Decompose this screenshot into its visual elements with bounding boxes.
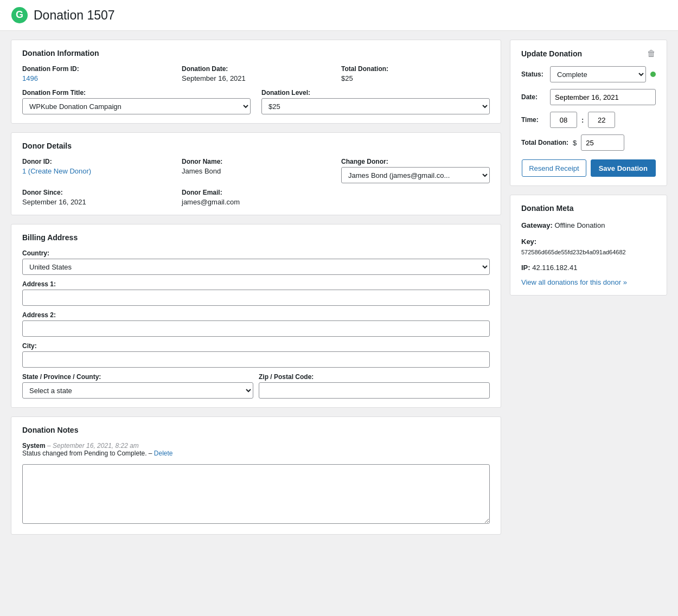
donation-level-select[interactable]: $25 bbox=[261, 98, 490, 114]
city-field: City: bbox=[22, 342, 490, 368]
address1-field: Address 1: bbox=[22, 280, 490, 306]
donor-id-link[interactable]: 1 bbox=[22, 167, 26, 175]
status-row: Status: Complete Pending Refunded Failed… bbox=[521, 66, 656, 82]
time-hours-input[interactable] bbox=[550, 112, 577, 128]
trash-icon[interactable]: 🗑 bbox=[647, 49, 656, 59]
billing-address-card: Billing Address Country: United States C… bbox=[11, 224, 501, 408]
date-row: Date: bbox=[521, 89, 656, 105]
save-donation-button[interactable]: Save Donation bbox=[591, 159, 656, 177]
key-label: Key: bbox=[521, 236, 656, 247]
gateway-value: Offline Donation bbox=[554, 221, 605, 229]
key-row: Key: 572586d665de55fd232b4a091ad64682 bbox=[521, 236, 656, 257]
donor-since-value: September 16, 2021 bbox=[22, 198, 171, 206]
left-column: Donation Information Donation Form ID: 1… bbox=[11, 40, 501, 535]
update-donation-card: Update Donation 🗑 Status: Complete Pendi… bbox=[510, 40, 667, 186]
donation-level-field: Donation Level: $25 bbox=[261, 89, 490, 114]
donation-date-field: Donation Date: September 16, 2021 bbox=[182, 65, 330, 82]
form-id-field: Donation Form ID: 1496 bbox=[22, 65, 171, 82]
donation-form-grid: Donation Form Title: WPKube Donation Cam… bbox=[22, 89, 490, 114]
notes-textarea[interactable] bbox=[22, 464, 490, 524]
ip-row: IP: 42.116.182.41 bbox=[521, 262, 656, 273]
button-row: Resend Receipt Save Donation bbox=[521, 159, 656, 177]
donor-name-value: James Bond bbox=[182, 167, 330, 175]
time-colon: : bbox=[581, 116, 584, 124]
note-dash: – bbox=[149, 450, 154, 457]
donor-name-field: Donor Name: James Bond bbox=[182, 158, 330, 183]
form-id-link[interactable]: 1496 bbox=[22, 74, 38, 82]
update-donation-title: Update Donation bbox=[521, 49, 582, 58]
state-label: State / Province / County: bbox=[22, 373, 253, 381]
country-select[interactable]: United States Canada United Kingdom bbox=[22, 259, 490, 275]
gateway-label: Gateway: bbox=[521, 221, 553, 229]
time-label: Time: bbox=[521, 116, 546, 124]
donor-since-field: Donor Since: September 16, 2021 bbox=[22, 189, 171, 206]
donation-meta-card: Donation Meta Gateway: Offline Donation … bbox=[510, 195, 667, 296]
time-row: Time: : bbox=[521, 112, 656, 128]
address2-input[interactable] bbox=[22, 320, 490, 337]
status-label: Status: bbox=[521, 70, 546, 78]
country-field: Country: United States Canada United Kin… bbox=[22, 249, 490, 275]
zip-input[interactable] bbox=[259, 382, 490, 399]
form-title-select[interactable]: WPKube Donation Campaign bbox=[22, 98, 251, 114]
form-id-label: Donation Form ID: bbox=[22, 65, 171, 73]
zip-label: Zip / Postal Code: bbox=[259, 373, 490, 381]
donation-date-label: Donation Date: bbox=[182, 65, 330, 73]
resend-receipt-button[interactable]: Resend Receipt bbox=[522, 159, 586, 177]
create-new-donor-link[interactable]: (Create New Donor) bbox=[28, 167, 91, 175]
date-input[interactable] bbox=[550, 89, 656, 105]
donation-date-value: September 16, 2021 bbox=[182, 74, 330, 82]
update-card-header: Update Donation 🗑 bbox=[521, 49, 656, 59]
donor-id-value: 1 (Create New Donor) bbox=[22, 167, 171, 175]
ip-value: 42.116.182.41 bbox=[532, 264, 577, 272]
note-text: Status changed from Pending to Complete. bbox=[22, 450, 146, 457]
logo-icon: G bbox=[11, 7, 28, 24]
donation-notes-title: Donation Notes bbox=[22, 426, 490, 434]
form-title-label: Donation Form Title: bbox=[22, 89, 251, 97]
page-header: G Donation 1507 bbox=[0, 0, 678, 31]
change-donor-field: Change Donor: James Bond (james@gmail.co… bbox=[341, 158, 490, 183]
main-layout: Donation Information Donation Form ID: 1… bbox=[0, 31, 678, 543]
address1-input[interactable] bbox=[22, 290, 490, 306]
total-donation-label: Total Donation: bbox=[341, 65, 490, 73]
form-title-field: Donation Form Title: WPKube Donation Cam… bbox=[22, 89, 251, 114]
key-value: 572586d665de55fd232b4a091ad64682 bbox=[521, 248, 656, 257]
svg-text:G: G bbox=[16, 9, 23, 20]
donation-info-card: Donation Information Donation Form ID: 1… bbox=[11, 40, 501, 124]
change-donor-label: Change Donor: bbox=[341, 158, 490, 165]
donor-email-field: Donor Email: james@gmail.com bbox=[182, 189, 330, 206]
note-author: System bbox=[22, 442, 46, 450]
zip-field: Zip / Postal Code: bbox=[259, 373, 490, 399]
donor-details-card: Donor Details Donor ID: 1 (Create New Do… bbox=[11, 132, 501, 215]
change-donor-select[interactable]: James Bond (james@gmail.co... bbox=[341, 167, 490, 183]
address1-label: Address 1: bbox=[22, 280, 490, 288]
billing-address-title: Billing Address bbox=[22, 233, 490, 242]
state-select[interactable]: Select a state bbox=[22, 382, 253, 399]
status-select[interactable]: Complete Pending Refunded Failed Cancell… bbox=[550, 66, 646, 82]
total-donation-field: Total Donation: $25 bbox=[341, 65, 490, 82]
note-meta: System – September 16, 2021, 8:22 am Sta… bbox=[22, 442, 490, 457]
address2-label: Address 2: bbox=[22, 311, 490, 319]
dollar-sign: $ bbox=[573, 139, 577, 147]
state-zip-row: State / Province / County: Select a stat… bbox=[22, 373, 490, 399]
country-label: Country: bbox=[22, 249, 490, 257]
time-minutes-input[interactable] bbox=[588, 112, 615, 128]
date-label: Date: bbox=[521, 93, 546, 101]
right-column: Update Donation 🗑 Status: Complete Pendi… bbox=[510, 40, 667, 296]
city-input[interactable] bbox=[22, 351, 490, 368]
status-dot bbox=[650, 72, 656, 77]
gateway-row: Gateway: Offline Donation bbox=[521, 220, 656, 231]
ip-label: IP: bbox=[521, 264, 530, 272]
donor-name-label: Donor Name: bbox=[182, 158, 330, 165]
total-donation-input[interactable] bbox=[581, 134, 624, 151]
donor-id-label: Donor ID: bbox=[22, 158, 171, 165]
donor-email-value: james@gmail.com bbox=[182, 198, 330, 206]
donation-meta-title: Donation Meta bbox=[521, 204, 656, 213]
note-delete-link[interactable]: Delete bbox=[154, 450, 173, 457]
note-timestamp: – September 16, 2021, 8:22 am bbox=[47, 442, 139, 450]
donor-details-title: Donor Details bbox=[22, 142, 490, 150]
address2-field: Address 2: bbox=[22, 311, 490, 337]
state-field: State / Province / County: Select a stat… bbox=[22, 373, 253, 399]
donor-since-label: Donor Since: bbox=[22, 189, 171, 196]
view-all-donations-link[interactable]: View all donations for this donor » bbox=[521, 278, 656, 286]
billing-section: Country: United States Canada United Kin… bbox=[22, 249, 490, 399]
